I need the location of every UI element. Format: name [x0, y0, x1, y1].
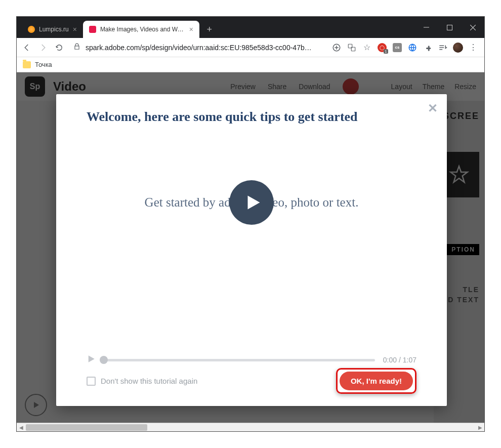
forward-button[interactable]	[37, 42, 49, 54]
video-time: 0:00 / 1:07	[383, 356, 416, 364]
lock-icon	[73, 43, 80, 52]
media-icon[interactable]	[438, 43, 448, 53]
tab-spark[interactable]: Make Images, Videos and Web S ×	[83, 21, 199, 38]
minimize-button[interactable]	[414, 17, 438, 38]
modal-title: Welcome, here are some quick tips to get…	[87, 109, 416, 125]
play-button[interactable]	[229, 180, 274, 225]
globe-icon[interactable]	[407, 43, 418, 53]
scrubber-thumb[interactable]	[100, 356, 108, 364]
profile-avatar[interactable]	[453, 43, 463, 53]
scroll-right-icon[interactable]: ▶	[476, 423, 484, 431]
bookmark-item[interactable]: Точка	[35, 61, 52, 68]
close-icon[interactable]: ×	[189, 25, 193, 33]
tab-lumpics[interactable]: Lumpics.ru ×	[22, 21, 83, 38]
close-button[interactable]	[461, 17, 484, 38]
bookmarks-bar: Точка	[17, 57, 484, 72]
tab-title: Make Images, Videos and Web S	[100, 26, 185, 33]
close-icon[interactable]: ✕	[428, 101, 438, 115]
reload-button[interactable]	[53, 42, 65, 54]
extensions-icon[interactable]	[423, 43, 433, 53]
tab-title: Lumpics.ru	[39, 26, 69, 33]
maximize-button[interactable]	[438, 17, 461, 38]
browser-toolbar: spark.adobe.com/sp/design/video/urn:aaid…	[17, 38, 484, 57]
dont-show-label: Don't show this tutorial again	[101, 377, 197, 385]
dont-show-row: Don't show this tutorial again	[87, 377, 197, 386]
favicon-icon	[28, 26, 35, 33]
address-bar[interactable]: spark.adobe.com/sp/design/video/urn:aaid…	[69, 43, 327, 52]
modal-center: Get started by adding video, photo or te…	[87, 195, 416, 210]
dont-show-checkbox[interactable]	[87, 377, 96, 386]
close-icon[interactable]: ×	[73, 25, 77, 33]
star-icon[interactable]: ☆	[362, 43, 372, 53]
plus-circle-icon[interactable]	[331, 43, 342, 53]
modal-footer: Don't show this tutorial again OK, I'm r…	[87, 368, 416, 394]
play-icon	[244, 193, 262, 212]
video-scrubber[interactable]	[104, 359, 375, 361]
browser-window: Lumpics.ru × Make Images, Videos and Web…	[16, 16, 485, 432]
ready-button[interactable]: OK, I'm ready!	[340, 372, 413, 390]
favicon-icon	[89, 26, 96, 33]
welcome-modal: ✕ Welcome, here are some quick tips to g…	[56, 94, 447, 406]
window-controls	[414, 17, 484, 38]
toolbar-icons: ☆ ◯ cs ⋮	[331, 43, 480, 53]
extension-adblock[interactable]: ◯	[377, 43, 387, 53]
translate-icon[interactable]	[347, 43, 357, 53]
back-button[interactable]	[21, 42, 33, 54]
ready-button-highlight: OK, I'm ready!	[336, 368, 416, 394]
new-tab-button[interactable]: +	[202, 22, 217, 36]
tab-strip: Lumpics.ru × Make Images, Videos and Web…	[17, 17, 414, 38]
menu-button[interactable]: ⋮	[468, 43, 478, 53]
horizontal-scrollbar[interactable]: ◀ ▶	[17, 423, 484, 431]
titlebar: Lumpics.ru × Make Images, Videos and Web…	[17, 17, 484, 38]
scrollbar-thumb[interactable]	[26, 424, 147, 431]
svg-rect-0	[447, 25, 452, 30]
folder-icon	[23, 61, 31, 68]
video-controls: 0:00 / 1:07	[87, 354, 416, 365]
extension-cs[interactable]: cs	[392, 43, 402, 53]
scroll-left-icon[interactable]: ◀	[17, 423, 25, 431]
page-content: Sp Video Preview Share Download Layout T…	[17, 72, 484, 431]
video-play-button[interactable]	[87, 354, 96, 365]
url-text: spark.adobe.com/sp/design/video/urn:aaid…	[86, 44, 312, 52]
